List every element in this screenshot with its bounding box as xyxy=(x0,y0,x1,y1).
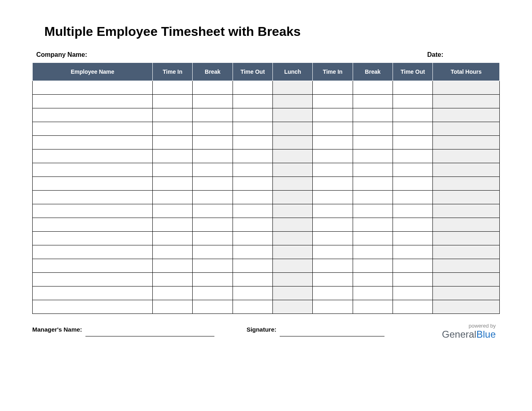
table-cell[interactable] xyxy=(233,245,272,259)
table-cell[interactable] xyxy=(233,232,272,245)
table-cell[interactable] xyxy=(153,163,193,177)
table-cell[interactable] xyxy=(273,218,313,232)
table-cell[interactable] xyxy=(273,204,313,218)
table-cell[interactable] xyxy=(193,122,233,136)
table-cell[interactable] xyxy=(33,259,153,273)
table-cell[interactable] xyxy=(233,218,272,232)
table-cell[interactable] xyxy=(153,218,193,232)
table-cell[interactable] xyxy=(193,259,233,273)
table-cell[interactable] xyxy=(33,245,153,259)
table-cell[interactable] xyxy=(153,149,193,163)
table-cell[interactable] xyxy=(233,177,272,191)
table-cell[interactable] xyxy=(313,108,353,122)
table-cell[interactable] xyxy=(193,81,233,95)
table-cell[interactable] xyxy=(33,286,153,300)
table-cell[interactable] xyxy=(233,163,272,177)
table-cell[interactable] xyxy=(273,108,313,122)
table-cell[interactable] xyxy=(273,259,313,273)
table-cell[interactable] xyxy=(393,218,432,232)
table-cell[interactable] xyxy=(433,273,500,286)
table-cell[interactable] xyxy=(353,273,393,286)
table-cell[interactable] xyxy=(433,232,500,245)
table-cell[interactable] xyxy=(313,177,353,191)
table-cell[interactable] xyxy=(313,300,353,314)
table-cell[interactable] xyxy=(353,204,393,218)
table-cell[interactable] xyxy=(353,136,393,149)
table-cell[interactable] xyxy=(233,81,272,95)
table-cell[interactable] xyxy=(433,81,500,95)
table-cell[interactable] xyxy=(433,122,500,136)
table-cell[interactable] xyxy=(313,149,353,163)
table-cell[interactable] xyxy=(353,81,393,95)
table-cell[interactable] xyxy=(353,149,393,163)
table-cell[interactable] xyxy=(313,232,353,245)
table-cell[interactable] xyxy=(153,259,193,273)
table-cell[interactable] xyxy=(313,273,353,286)
table-cell[interactable] xyxy=(313,122,353,136)
table-cell[interactable] xyxy=(393,191,432,204)
table-cell[interactable] xyxy=(193,300,233,314)
table-cell[interactable] xyxy=(193,191,233,204)
table-cell[interactable] xyxy=(193,149,233,163)
table-cell[interactable] xyxy=(433,163,500,177)
table-cell[interactable] xyxy=(33,218,153,232)
table-cell[interactable] xyxy=(193,286,233,300)
table-cell[interactable] xyxy=(273,273,313,286)
table-cell[interactable] xyxy=(353,177,393,191)
signature-input-line[interactable] xyxy=(280,325,384,336)
table-cell[interactable] xyxy=(353,286,393,300)
table-cell[interactable] xyxy=(393,136,432,149)
table-cell[interactable] xyxy=(33,204,153,218)
table-cell[interactable] xyxy=(33,136,153,149)
table-cell[interactable] xyxy=(193,204,233,218)
table-cell[interactable] xyxy=(313,218,353,232)
table-cell[interactable] xyxy=(353,191,393,204)
table-cell[interactable] xyxy=(433,191,500,204)
table-cell[interactable] xyxy=(153,286,193,300)
table-cell[interactable] xyxy=(273,232,313,245)
table-cell[interactable] xyxy=(233,122,272,136)
table-cell[interactable] xyxy=(393,300,432,314)
table-cell[interactable] xyxy=(273,95,313,108)
table-cell[interactable] xyxy=(33,81,153,95)
table-cell[interactable] xyxy=(313,286,353,300)
table-cell[interactable] xyxy=(193,232,233,245)
table-cell[interactable] xyxy=(393,81,432,95)
table-cell[interactable] xyxy=(153,136,193,149)
table-cell[interactable] xyxy=(353,108,393,122)
table-cell[interactable] xyxy=(433,149,500,163)
table-cell[interactable] xyxy=(393,163,432,177)
table-cell[interactable] xyxy=(193,245,233,259)
table-cell[interactable] xyxy=(433,136,500,149)
table-cell[interactable] xyxy=(233,286,272,300)
table-cell[interactable] xyxy=(193,108,233,122)
table-cell[interactable] xyxy=(353,245,393,259)
table-cell[interactable] xyxy=(33,232,153,245)
table-cell[interactable] xyxy=(233,191,272,204)
table-cell[interactable] xyxy=(313,163,353,177)
table-cell[interactable] xyxy=(153,95,193,108)
table-cell[interactable] xyxy=(433,95,500,108)
table-cell[interactable] xyxy=(193,163,233,177)
table-cell[interactable] xyxy=(153,122,193,136)
table-cell[interactable] xyxy=(33,191,153,204)
table-cell[interactable] xyxy=(153,300,193,314)
table-cell[interactable] xyxy=(313,204,353,218)
table-cell[interactable] xyxy=(393,149,432,163)
table-cell[interactable] xyxy=(393,204,432,218)
table-cell[interactable] xyxy=(393,122,432,136)
table-cell[interactable] xyxy=(433,177,500,191)
table-cell[interactable] xyxy=(273,177,313,191)
table-cell[interactable] xyxy=(33,122,153,136)
table-cell[interactable] xyxy=(273,300,313,314)
table-cell[interactable] xyxy=(33,300,153,314)
manager-input-line[interactable] xyxy=(85,325,214,336)
table-cell[interactable] xyxy=(233,259,272,273)
table-cell[interactable] xyxy=(153,177,193,191)
table-cell[interactable] xyxy=(153,245,193,259)
table-cell[interactable] xyxy=(393,273,432,286)
table-cell[interactable] xyxy=(33,177,153,191)
table-cell[interactable] xyxy=(433,259,500,273)
table-cell[interactable] xyxy=(193,136,233,149)
table-cell[interactable] xyxy=(313,245,353,259)
